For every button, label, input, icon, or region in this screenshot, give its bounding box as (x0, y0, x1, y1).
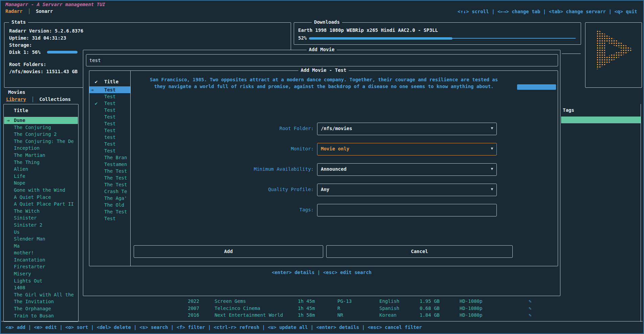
result-row[interactable]: Test (89, 93, 130, 100)
result-title: Test (104, 107, 116, 113)
movie-title: Ma (14, 243, 20, 249)
in-library-check-icon: ✔ (95, 100, 97, 107)
field-label: Monitor: (184, 146, 314, 151)
movie-row[interactable]: Firestarter (4, 263, 78, 270)
size-cell: 1.95 GB (420, 298, 440, 305)
footer-keybinding-hints: <a> add | <e> edit | <o> sort | <del> de… (5, 325, 422, 330)
dropdown-arrow-icon: ▼ (491, 126, 493, 130)
table-row[interactable]: 2007 Telecinco Cinema 1h 45m R Spanish 0… (1, 305, 644, 312)
form-row-monitor: Monitor: Movie only ▼ (89, 143, 558, 163)
movie-row[interactable]: The Conjuring 2 (4, 131, 78, 138)
modal-title: Add Movie - Test (298, 67, 349, 73)
movie-row[interactable]: 1408 (4, 284, 78, 291)
stat-uptime: Uptime: 31d 04:31:23 (9, 35, 66, 41)
movie-row[interactable]: The Martian (4, 152, 78, 159)
quality-cell: HD-1080p (460, 312, 482, 319)
pencil-icon: ✎ (529, 298, 531, 305)
size-cell: 0.68 GB (420, 305, 440, 312)
selected-row-tags-cell (561, 117, 641, 123)
movie-title: A Quiet Place Part II (14, 201, 74, 207)
movie-title: Gone with the Wind (14, 187, 65, 193)
movies-column-header: Title (14, 108, 28, 113)
certification-cell: NR (337, 312, 343, 319)
monitor-select[interactable]: Movie only ▼ (317, 143, 497, 155)
disk-progress-bar (47, 51, 77, 54)
movie-row[interactable]: Slender Man (4, 235, 78, 243)
movie-search-input[interactable] (86, 54, 558, 66)
movie-row[interactable]: Sinister (4, 214, 78, 222)
form-row-minimum-availability: Minimum Availability: Announced ▼ (89, 163, 558, 184)
add-button[interactable]: Add (134, 245, 323, 258)
table-row[interactable]: 2022 Screen Gems 1h 45m PG-13 English 1.… (1, 298, 644, 305)
language-cell: English (379, 298, 399, 305)
movie-row[interactable]: Gone with the Wind (4, 187, 78, 194)
movie-row[interactable]: mother! (4, 249, 78, 256)
movie-row[interactable]: Alien (4, 166, 78, 173)
movie-row[interactable]: Sinister 2 (4, 222, 78, 229)
cancel-button[interactable]: Cancel (326, 245, 513, 258)
add-movie-modal: Add Movie - Test ✔ Title ⇒Test Test ✔Tes… (89, 70, 558, 266)
tab-radarr[interactable]: Radarr (5, 8, 23, 14)
stat-version: Radarr Version: 5.2.6.8376 (9, 28, 83, 34)
tab-sonarr[interactable]: Sonarr (36, 8, 53, 14)
movie-row[interactable]: Us (4, 229, 78, 236)
field-value: Announced (321, 166, 347, 172)
movie-row[interactable]: A Quiet Place (4, 194, 78, 201)
quality-cell: HD-1080p (460, 298, 482, 305)
results-column-header: Title (104, 79, 118, 84)
root-folder-select[interactable]: /nfs/movies ▼ (317, 123, 497, 135)
result-row[interactable]: Test (89, 107, 130, 113)
movie-row[interactable]: The Thing (4, 159, 78, 166)
border-fragment (562, 54, 581, 54)
tags-input[interactable] (317, 204, 497, 216)
certification-cell: PG-13 (337, 298, 352, 305)
field-label: Root Folder: (184, 126, 314, 131)
movie-title: Nope (14, 180, 25, 186)
movie-title: Misery (14, 271, 31, 276)
top-keybinding-hints: <↑↓> scroll | <←→> change tab | <tab> ch… (458, 9, 637, 14)
year-cell: 2016 (188, 312, 199, 319)
movie-row[interactable]: Ma (4, 243, 78, 250)
movie-title: The Conjuring: The De (14, 139, 74, 144)
movie-row[interactable]: ⇒Dune (4, 117, 78, 124)
result-title: Test (104, 114, 116, 120)
tab-library[interactable]: Library (6, 97, 26, 102)
minimum-availability-select[interactable]: Announced ▼ (317, 163, 497, 176)
dropdown-arrow-icon: ▼ (491, 146, 493, 151)
movie-row[interactable]: Misery (4, 270, 78, 277)
movie-row[interactable]: A Quiet Place Part II (4, 201, 78, 208)
studio-cell: Telecinco Cinema (215, 305, 260, 312)
movies-tabs: Library │ Collections (6, 97, 71, 102)
app-root: Managarr - A Servarr management TUI Rada… (0, 0, 644, 334)
movie-row[interactable]: The Conjuring (4, 124, 78, 131)
movie-title: Life (14, 173, 25, 179)
tab-collections[interactable]: Collections (39, 97, 71, 102)
quality-profile-select[interactable]: Any ▼ (317, 184, 497, 196)
language-cell: Korean (379, 312, 397, 319)
language-cell: Spanish (379, 305, 399, 312)
movie-title: Incantation (14, 257, 45, 263)
movies-list-panel: Title ⇒Dune The Conjuring The Conjuring … (3, 104, 79, 322)
movies-section-title: Movies (8, 89, 25, 95)
downloads-panel-title: Downloads (312, 19, 342, 25)
result-title: Test (104, 94, 116, 99)
movie-row[interactable]: The Girl with All the (4, 291, 78, 298)
form-row-quality-profile: Quality Profile: Any ▼ (89, 184, 558, 204)
result-row[interactable]: Test (89, 113, 130, 120)
movie-row[interactable]: Inception (4, 145, 78, 152)
movie-row[interactable]: The Conjuring: The De (4, 138, 78, 145)
movie-title: A Quiet Place (14, 194, 51, 200)
movie-row[interactable]: Nope (4, 180, 78, 187)
table-row[interactable]: 2016 Next Entertainment World 1h 58m NR … (1, 312, 644, 319)
movie-row[interactable]: The Witch (4, 208, 78, 215)
download-progress-bar (309, 37, 452, 40)
movie-row[interactable]: Life (4, 173, 78, 180)
result-row[interactable]: ⇒Test (89, 86, 130, 93)
movie-description: San Francisco, 1985. Two opposites attra… (148, 76, 500, 90)
size-cell: 1.84 GB (420, 312, 440, 319)
movie-row[interactable]: Incantation (4, 256, 78, 264)
result-row[interactable]: ✔Test (89, 100, 130, 107)
movie-row[interactable]: Lights Out (4, 277, 78, 285)
selected-result-overflow (517, 84, 556, 90)
field-value: /nfs/movies (321, 126, 352, 131)
